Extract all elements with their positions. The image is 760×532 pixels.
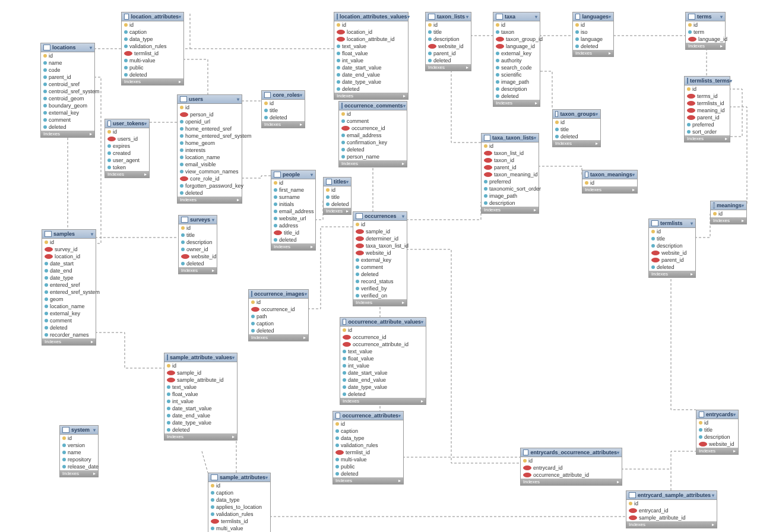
expand-icon[interactable]: ▸ [398,478,401,483]
expand-icon[interactable]: ▸ [346,208,349,214]
expand-icon[interactable]: ▸ [421,398,423,404]
collapse-icon[interactable]: ▾ [265,475,268,480]
collapse-icon[interactable]: ▾ [742,203,744,208]
table-header[interactable]: titles▾ [324,178,351,186]
table-header[interactable]: entrycard_sample_attributes▾ [626,491,717,500]
table-header[interactable]: system▾ [60,426,98,435]
table-taxon_groups[interactable]: taxon_groups▾idtitledeletedIndexes▸ [552,109,601,147]
collapse-icon[interactable]: ▾ [402,214,404,219]
table-taxa_taxon_lists[interactable]: taxa_taxon_lists▾idtaxon_list_idtaxon_id… [481,133,539,214]
collapse-icon[interactable]: ▾ [90,45,92,50]
expand-icon[interactable]: ▸ [303,335,306,340]
expand-icon[interactable]: ▸ [733,448,736,454]
collapse-icon[interactable]: ▾ [632,172,635,178]
expand-icon[interactable]: ▸ [534,207,536,213]
indexes-footer[interactable]: Indexes▸ [324,208,351,214]
collapse-icon[interactable]: ▾ [212,217,214,223]
table-meanings[interactable]: meanings▾idIndexes▸ [710,201,747,224]
indexes-footer[interactable]: Indexes▸ [521,479,622,485]
indexes-footer[interactable]: Indexes▸ [333,477,403,484]
table-header[interactable]: meanings▾ [711,201,746,210]
expand-icon[interactable]: ▸ [617,479,619,484]
expand-icon[interactable]: ▸ [535,100,537,106]
table-occurrence_images[interactable]: occurrence_images▾idoccurrence_idpathcap… [248,289,309,341]
expand-icon[interactable]: ▸ [609,50,611,56]
table-sample_attributes[interactable]: sample_attributes▾idcaptiondata_typeappl… [208,473,271,532]
table-header[interactable]: occurrence_attributes▾ [333,411,403,420]
indexes-footer[interactable]: Indexes▸ [649,271,695,277]
expand-icon[interactable]: ▸ [144,172,147,177]
collapse-icon[interactable]: ▾ [232,355,235,360]
expand-icon[interactable]: ▸ [179,79,181,84]
table-surveys[interactable]: surveys▾idtitledescriptionowner_idwebsit… [178,215,217,274]
table-header[interactable]: people▾ [271,170,315,179]
table-location_attributes_values[interactable]: location_attributes_values▾idlocation_id… [334,12,408,100]
expand-icon[interactable]: ▸ [311,244,313,249]
indexes-footer[interactable]: Indexes▸ [426,64,471,71]
expand-icon[interactable]: ▸ [212,268,214,273]
collapse-icon[interactable]: ▾ [535,14,537,20]
collapse-icon[interactable]: ▾ [466,14,468,20]
indexes-footer[interactable]: Indexes▸ [179,267,217,274]
collapse-icon[interactable]: ▾ [691,221,693,226]
table-header[interactable]: languages▾ [573,12,613,21]
table-header[interactable]: taxa_taxon_lists▾ [482,134,539,142]
collapse-icon[interactable]: ▾ [305,292,307,297]
indexes-footer[interactable]: Indexes▸ [685,135,730,142]
collapse-icon[interactable]: ▾ [93,428,96,433]
indexes-footer[interactable]: Indexes▸ [626,521,717,528]
table-system[interactable]: system▾idversionnamerepositoryrelease_da… [59,425,99,477]
table-header[interactable]: occurrence_comments▾ [339,102,407,110]
table-users[interactable]: users▾idperson_idopenid_urlhome_entered_… [177,94,242,204]
collapse-icon[interactable]: ▾ [421,319,423,325]
expand-icon[interactable]: ▸ [300,122,302,127]
indexes-footer[interactable]: Indexes▸ [122,78,183,85]
table-titles[interactable]: titles▾idtitledeletedIndexes▸ [323,177,352,215]
collapse-icon[interactable]: ▾ [311,172,313,178]
table-header[interactable]: samples▾ [42,230,96,239]
indexes-footer[interactable]: Indexes▸ [339,160,407,167]
expand-icon[interactable]: ▸ [232,434,235,439]
indexes-footer[interactable]: Indexes▸ [60,470,98,477]
expand-icon[interactable]: ▸ [403,93,406,99]
collapse-icon[interactable]: ▾ [407,14,410,20]
collapse-icon[interactable]: ▾ [346,179,349,185]
table-header[interactable]: terms▾ [686,12,725,21]
indexes-footer[interactable]: Indexes▸ [41,131,94,137]
collapse-icon[interactable]: ▾ [144,121,147,126]
collapse-icon[interactable]: ▾ [609,14,611,20]
table-header[interactable]: entrycards▾ [696,410,738,419]
expand-icon[interactable]: ▸ [712,522,714,527]
table-termlists[interactable]: termlists▾idtitledescriptionwebsite_idpa… [648,218,696,278]
indexes-footer[interactable]: Indexes▸ [105,171,149,178]
expand-icon[interactable]: ▸ [632,187,635,192]
expand-icon[interactable]: ▸ [720,43,723,49]
expand-icon[interactable]: ▸ [742,218,744,223]
collapse-icon[interactable]: ▾ [403,103,406,109]
table-core_roles[interactable]: core_roles▾idtitledeletedIndexes▸ [261,90,305,128]
table-header[interactable]: taxon_groups▾ [553,110,600,119]
table-entrycards_occurrence_attributes[interactable]: entrycards_occurrence_attributes▾identry… [520,448,622,486]
indexes-footer[interactable]: Indexes▸ [271,243,315,250]
indexes-footer[interactable]: Indexes▸ [164,433,237,440]
table-header[interactable]: core_roles▾ [262,91,305,100]
table-header[interactable]: users▾ [178,95,242,104]
indexes-footer[interactable]: Indexes▸ [493,100,540,106]
collapse-icon[interactable]: ▾ [720,14,723,20]
table-location_attributes[interactable]: location_attributes▾idcaptiondata_typeva… [121,12,184,86]
table-header[interactable]: termlists_terms▾ [685,77,730,86]
table-header[interactable]: taxa▾ [493,12,540,21]
table-occurrence_attribute_values[interactable]: occurrence_attribute_values▾idoccurrence… [340,317,426,405]
indexes-footer[interactable]: Indexes▸ [42,338,96,345]
table-header[interactable]: location_attributes▾ [122,12,183,21]
expand-icon[interactable]: ▸ [596,141,598,146]
table-samples[interactable]: samples▾idsurvey_idlocation_iddate_start… [42,229,96,346]
table-header[interactable]: user_tokens▾ [105,119,149,128]
indexes-footer[interactable]: Indexes▸ [334,93,408,99]
table-user_tokens[interactable]: user_tokens▾idusers_idexpirescreateduser… [104,119,150,178]
table-header[interactable]: sample_attribute_values▾ [164,353,237,362]
table-occurrences[interactable]: occurrences▾idsample_iddeterminer_idtaxa… [353,211,407,306]
table-header[interactable]: location_attributes_values▾ [334,12,408,21]
expand-icon[interactable]: ▸ [402,300,404,305]
table-locations[interactable]: locations▾idnamecodeparent_idcentroid_sr… [40,43,95,138]
